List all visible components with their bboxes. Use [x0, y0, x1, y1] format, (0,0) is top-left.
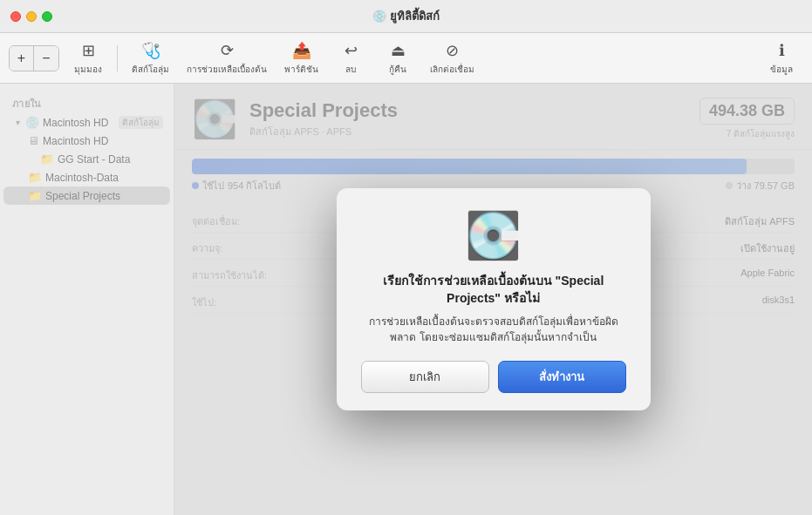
unmount-icon: ⏏ [391, 41, 406, 60]
dialog-buttons: ยกเลิก สั่งทำงาน [361, 361, 626, 393]
dialog-body: การช่วยเหลือเบื้องต้นจะตรวจสอบดิสก์โอลุ่… [361, 314, 626, 345]
sidebar-item-label: Macintosh HD [43, 117, 115, 129]
titlebar: 💿 ยูทิลิตี้ดิสก์ [0, 0, 812, 33]
sidebar-item-label: GG Start - Data [58, 153, 163, 166]
sidebar-item-special-projects[interactable]: 📁 Special Projects [3, 186, 170, 205]
close-button[interactable] [10, 11, 21, 22]
partition-label: การช่วยเหลือเบื้องต้น [187, 63, 267, 76]
sidebar-item-label: Macintosh-Data [45, 172, 163, 184]
add-volume-button[interactable]: + [10, 46, 34, 71]
restore-button[interactable]: ↩ ลบ [329, 37, 372, 79]
dialog-disk-icon: 💽 [465, 209, 522, 262]
remove-volume-button[interactable]: − [34, 46, 58, 71]
sidebar: ภายใน ▾ 💿 Macintosh HD ดิสก์โอลุ่ม 🖥 Mac… [0, 84, 174, 515]
modal-backdrop: 💽 เรียกใช้การช่วยเหลือเบื้องต้นบน "Speci… [174, 84, 812, 515]
folder-icon: 📁 [28, 171, 42, 184]
volume-icon: 🖥 [28, 134, 39, 147]
folder-icon: 📁 [28, 189, 42, 202]
restore-icon: ↩ [345, 41, 358, 60]
sidebar-item-label: Special Projects [45, 190, 163, 202]
add-remove-group: + − [9, 45, 59, 71]
main-area: ภายใน ▾ 💿 Macintosh HD ดิสก์โอลุ่ม 🖥 Mac… [0, 84, 812, 515]
info-label: ข้อมูล [770, 63, 793, 76]
first-aid-icon: 🩺 [141, 41, 160, 60]
traffic-lights [10, 11, 52, 22]
partition-button[interactable]: ⟳ การช่วยเหลือเบื้องต้น [180, 37, 274, 79]
view-button[interactable]: ⊞ มุมมอง [66, 37, 110, 79]
info-button[interactable]: ℹ ข้อมูล [760, 37, 803, 79]
sidebar-item-label: Macintosh HD [43, 135, 163, 147]
folder-icon: 📁 [40, 152, 54, 166]
maximize-button[interactable] [42, 11, 52, 22]
sidebar-item-macintosh-hd-sub[interactable]: 🖥 Macintosh HD [3, 132, 170, 150]
erase-button[interactable]: 📤 พาร์ติชัน [277, 37, 325, 79]
unmount-button[interactable]: ⏏ กู้คืน [376, 37, 420, 79]
sidebar-item-badge: ดิสก์โอลุ่ม [119, 116, 163, 129]
window-title: 💿 ยูทิลิตี้ดิสก์ [372, 7, 440, 25]
view-icon: ⊞ [82, 41, 95, 60]
toolbar-separator [117, 45, 118, 71]
toolbar: + − ⊞ มุมมอง 🩺 ดิสก์โอลุ่ม ⟳ การช่วยเหลื… [0, 33, 812, 84]
chevron-down-icon: ▾ [16, 118, 20, 127]
first-aid-button[interactable]: 🩺 ดิสก์โอลุ่ม [125, 37, 176, 79]
info-icon: ℹ [779, 41, 785, 60]
view-label: มุมมอง [74, 63, 102, 76]
disk-icon: 💿 [25, 116, 39, 129]
cancel-button[interactable]: ยกเลิก [361, 361, 489, 393]
run-button[interactable]: สั่งทำงาน [498, 361, 626, 393]
dialog-title: เรียกใช้การช่วยเหลือเบื้องต้นบน "Special… [361, 273, 626, 307]
first-aid-dialog: 💽 เรียกใช้การช่วยเหลือเบื้องต้นบน "Speci… [337, 188, 651, 410]
minimize-button[interactable] [26, 11, 37, 22]
first-aid-label: ดิสก์โอลุ่ม [132, 63, 169, 76]
content-area: 💽 Special Projects ดิสก์โอลุ่ม APFS · AP… [174, 84, 812, 515]
eject-label: เลิกต่อเชื่อม [430, 63, 474, 76]
sidebar-item-gg-start[interactable]: 📁 GG Start - Data [3, 150, 170, 168]
eject-icon: ⊘ [446, 41, 459, 60]
unmount-label: กู้คืน [389, 63, 406, 76]
erase-label: พาร์ติชัน [284, 63, 318, 76]
restore-label: ลบ [345, 63, 356, 76]
sidebar-item-macintosh-data[interactable]: 📁 Macintosh-Data [3, 168, 170, 186]
title-icon: 💿 [372, 10, 390, 23]
eject-button[interactable]: ⊘ เลิกต่อเชื่อม [423, 37, 481, 79]
erase-icon: 📤 [292, 41, 311, 60]
sidebar-item-macintosh-hd[interactable]: ▾ 💿 Macintosh HD ดิสก์โอลุ่ม [3, 113, 170, 132]
partition-icon: ⟳ [221, 41, 234, 60]
sidebar-section-header: ภายใน [0, 91, 174, 113]
